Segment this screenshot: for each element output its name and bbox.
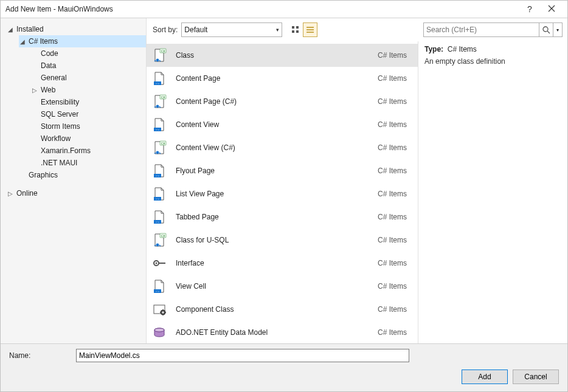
name-input[interactable]: [76, 349, 409, 362]
search-button[interactable]: [539, 23, 553, 36]
template-name: ADO.NET Entity Data Model: [176, 328, 369, 337]
template-icon: C#: [151, 140, 167, 156]
template-name: Content Page: [176, 74, 369, 83]
tree-storm-items[interactable]: Storm Items: [31, 120, 146, 132]
template-category: C# Items: [378, 51, 407, 60]
template-icon: <·>: [151, 163, 167, 179]
template-row[interactable]: <·>Tabbed PageC# Items: [147, 205, 418, 229]
tree-label: Code: [41, 49, 58, 58]
view-list-button[interactable]: [303, 22, 317, 37]
template-row[interactable]: <·>List View PageC# Items: [147, 182, 418, 205]
tree-data[interactable]: Data: [31, 60, 146, 72]
template-icon: <·>: [151, 278, 167, 294]
svg-text:C#: C#: [161, 49, 165, 53]
tree-web[interactable]: ▷Web: [31, 84, 146, 96]
template-row[interactable]: InterfaceC# Items: [147, 252, 418, 275]
template-category: C# Items: [378, 259, 407, 267]
template-category: C# Items: [378, 97, 407, 106]
search-box[interactable]: [423, 22, 553, 37]
tree-label-online: Online: [16, 189, 38, 198]
tree-label: .NET MAUI: [41, 159, 77, 167]
search-input[interactable]: [424, 26, 539, 34]
tree-code[interactable]: Code: [31, 47, 146, 60]
template-icon: [151, 301, 167, 317]
template-list[interactable]: C#ClassC# Items<·>Content PageC# ItemsC#…: [147, 41, 418, 343]
tree-label: Data: [41, 61, 56, 70]
help-button[interactable]: ?: [519, 4, 541, 14]
search-options-button[interactable]: ▾: [553, 22, 563, 37]
svg-text:<·>: <·>: [156, 221, 159, 224]
template-row[interactable]: Component ClassC# Items: [147, 298, 418, 321]
dialog-body: ◢ Installed ◢ C# Items Code Data General…: [1, 18, 567, 343]
svg-rect-4: [307, 27, 314, 28]
svg-point-33: [156, 263, 158, 264]
template-icon: C#: [151, 47, 167, 63]
chevron-right-icon: ▷: [31, 86, 38, 94]
tree-net-maui[interactable]: .NET MAUI: [31, 157, 146, 169]
svg-rect-5: [307, 29, 314, 30]
template-row[interactable]: <·>Content PageC# Items: [147, 67, 418, 90]
svg-text:<·>: <·>: [156, 174, 159, 177]
grid-icon: [291, 26, 300, 34]
close-button[interactable]: [541, 4, 563, 14]
tree-sql-server[interactable]: SQL Server: [31, 108, 146, 120]
tree-label: Graphics: [29, 171, 58, 179]
svg-text:C#: C#: [161, 142, 165, 145]
tree-general[interactable]: General: [31, 72, 146, 84]
svg-rect-6: [307, 32, 314, 33]
template-icon: C#: [151, 232, 167, 248]
cancel-button[interactable]: Cancel: [513, 370, 559, 384]
template-name: Interface: [176, 259, 369, 267]
template-category: C# Items: [378, 190, 407, 198]
tree-graphics[interactable]: Graphics: [19, 169, 146, 181]
chevron-down-icon: ◢: [7, 26, 14, 33]
template-category: C# Items: [378, 167, 407, 175]
template-category: C# Items: [378, 328, 407, 337]
template-row[interactable]: C#Class for U-SQLC# Items: [147, 229, 418, 252]
template-icon: <·>: [151, 117, 167, 132]
tree-label: Storm Items: [41, 122, 80, 131]
template-category: C# Items: [378, 213, 407, 221]
template-row[interactable]: C#ClassC# Items: [147, 44, 418, 67]
template-row[interactable]: ADO.NET Entity Data ModelC# Items: [147, 321, 418, 343]
tree-online[interactable]: ▷ Online: [7, 187, 146, 199]
tree-label: SQL Server: [41, 110, 78, 119]
tree-xamarin-forms[interactable]: Xamarin.Forms: [31, 145, 146, 157]
template-name: Content View: [176, 120, 369, 129]
svg-text:C#: C#: [161, 234, 165, 238]
svg-text:<·>: <·>: [156, 82, 159, 85]
template-row[interactable]: <·>Content ViewC# Items: [147, 113, 418, 136]
center-pane: Sort by: Default ▾: [147, 18, 567, 343]
template-name: Flyout Page: [176, 167, 369, 175]
svg-point-7: [543, 27, 548, 32]
view-grid-button[interactable]: [288, 22, 303, 37]
svg-rect-1: [296, 26, 299, 29]
template-row[interactable]: <·>View CellC# Items: [147, 275, 418, 298]
svg-text:<·>: <·>: [156, 128, 159, 131]
template-row[interactable]: C#Content View (C#)C# Items: [147, 136, 418, 159]
search-icon: [542, 26, 550, 34]
sort-value: Default: [184, 26, 207, 34]
sort-dropdown[interactable]: Default ▾: [181, 22, 282, 37]
tree-csharp-items[interactable]: ◢ C# Items: [19, 35, 146, 47]
template-row[interactable]: C#Content Page (C#)C# Items: [147, 90, 418, 113]
tree-extensibility[interactable]: Extensibility: [31, 96, 146, 108]
svg-point-38: [162, 312, 164, 314]
template-category: C# Items: [378, 305, 407, 314]
svg-text:<·>: <·>: [156, 290, 159, 293]
sort-by-label: Sort by:: [153, 26, 178, 34]
tree-label: Web: [41, 86, 55, 94]
template-icon: [151, 325, 167, 340]
template-row[interactable]: <·>Flyout PageC# Items: [147, 159, 418, 182]
tree-installed[interactable]: ◢ Installed: [7, 23, 146, 35]
window-title: Add New Item - MauiOnWindows: [5, 5, 519, 13]
template-icon: <·>: [151, 186, 167, 202]
template-name: Class for U-SQL: [176, 236, 369, 244]
tree-label: C# Items: [29, 37, 58, 46]
template-category: C# Items: [378, 282, 407, 291]
tree-workflow[interactable]: Workflow: [31, 132, 146, 145]
chevron-down-icon: ▾: [556, 27, 559, 33]
titlebar: Add New Item - MauiOnWindows ?: [1, 1, 567, 18]
add-button[interactable]: Add: [462, 370, 508, 384]
svg-point-21: [156, 151, 159, 154]
